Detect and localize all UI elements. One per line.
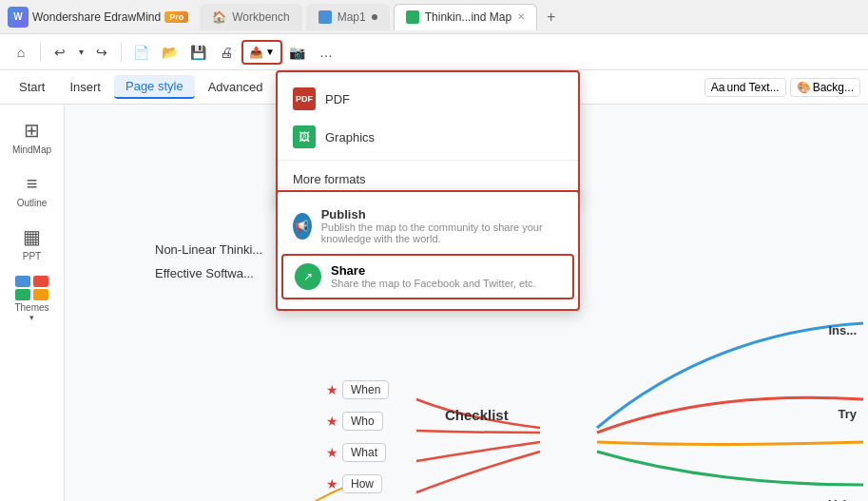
round-text-icon: Aa — [711, 81, 725, 94]
tab-close-icon[interactable]: ✕ — [517, 11, 525, 22]
graphics-label: Graphics — [325, 130, 375, 145]
mindmap-tool[interactable]: ⊞ MindMap — [5, 112, 60, 162]
ins-label: Ins... — [828, 323, 857, 337]
non-linear-text: Non-Linear Thinki... — [155, 242, 262, 257]
theme-cell-2 — [33, 276, 48, 287]
share-icon: ↗ — [295, 263, 321, 290]
app-logo: W Wondershare EdrawMind Pro — [8, 7, 188, 28]
theme-cell-3 — [15, 289, 30, 300]
try-label: Try — [838, 407, 857, 421]
workbench-icon: 🏠 — [212, 10, 226, 24]
pdf-icon: PDF — [293, 87, 316, 110]
export-dropdown: PDF PDF 🖼 Graphics More formats — [276, 70, 580, 203]
backg-icon: 🎨 — [797, 81, 811, 94]
ppt-tool[interactable]: ▦ PPT — [5, 219, 60, 268]
left-sidebar: ⊞ MindMap ≡ Outline ▦ PPT Themes ▾ — [0, 105, 65, 501]
theme-cell-1 — [15, 276, 30, 287]
outline-tool[interactable]: ≡ Outline — [5, 165, 60, 215]
menu-advanced[interactable]: Advanced — [197, 76, 275, 98]
themes-grid — [15, 276, 49, 300]
logo-icon: W — [8, 7, 29, 28]
title-bar: W Wondershare EdrawMind Pro 🏠 Workbench … — [0, 0, 868, 34]
graphics-icon: 🖼 — [293, 125, 316, 148]
what-label: What — [342, 443, 386, 462]
camera-button[interactable]: 📷 — [284, 39, 311, 66]
val-label: Val... — [828, 497, 857, 501]
pdf-label: PDF — [325, 92, 350, 106]
export-icon: 📤 — [249, 46, 263, 59]
print-button[interactable]: 🖨 — [213, 39, 240, 66]
graphics-export-item[interactable]: 🖼 Graphics — [278, 118, 578, 156]
outline-label: Outline — [17, 198, 48, 208]
outline-icon: ≡ — [27, 173, 38, 195]
tab-workbench[interactable]: 🏠 Workbench — [200, 4, 301, 30]
publish-text-group: Publish Publish the map to the community… — [321, 207, 563, 244]
undo-redo-group: ↩ ▾ ↪ — [47, 39, 115, 66]
app-name: Wondershare EdrawMind — [32, 10, 161, 24]
how-node[interactable]: ★ How — [326, 474, 382, 493]
themes-arrow-icon: ▾ — [29, 313, 34, 322]
round-text-button[interactable]: Aa und Text... — [704, 78, 786, 97]
share-text-group: Share Share the map to Facebook and Twit… — [331, 263, 536, 289]
publish-item[interactable]: 📢 Publish Publish the map to the communi… — [278, 200, 578, 252]
new-button[interactable]: 📄 — [127, 39, 154, 66]
export-button[interactable]: 📤 ▼ — [241, 40, 282, 65]
menu-insert[interactable]: Insert — [58, 76, 112, 98]
effective-software-text: Effective Softwa... — [155, 266, 254, 280]
checklist-label: Checklist — [445, 407, 509, 423]
tab-workbench-label: Workbench — [232, 10, 289, 24]
share-title: Share — [331, 263, 536, 278]
how-star-icon: ★ — [326, 476, 338, 491]
tab-thinking-map[interactable]: Thinkin...ind Map ✕ — [394, 4, 537, 30]
thinking-tab-icon — [406, 10, 419, 24]
mindmap-label: MindMap — [12, 145, 51, 155]
dropdown-divider — [278, 160, 578, 161]
when-star-icon: ★ — [326, 382, 338, 397]
who-label: Who — [342, 412, 383, 431]
home-button[interactable]: ⌂ — [8, 39, 34, 66]
publish-desc: Publish the map to the community to shar… — [321, 222, 563, 244]
what-node[interactable]: ★ What — [326, 443, 386, 462]
theme-cell-4 — [33, 289, 48, 300]
themes-label: Themes — [14, 302, 48, 313]
when-label: When — [342, 380, 389, 399]
map1-icon — [318, 10, 332, 24]
how-label: How — [342, 474, 382, 493]
themes-tool[interactable]: Themes ▾ — [4, 272, 61, 326]
pdf-export-item[interactable]: PDF PDF — [278, 80, 578, 118]
publish-icon: 📢 — [293, 213, 312, 240]
more-formats-label: More formats — [293, 172, 366, 186]
share-desc: Share the map to Facebook and Twitter, e… — [331, 278, 536, 289]
menu-page-style[interactable]: Page style — [114, 75, 195, 99]
open-button[interactable]: 📂 — [156, 39, 183, 66]
toolbar: ⌂ ↩ ▾ ↪ 📄 📂 💾 🖨 📤 ▼ 📷 … — [0, 34, 868, 70]
pro-badge: Pro — [164, 11, 188, 23]
undo-arrow[interactable]: ▾ — [74, 39, 87, 66]
round-text-label: und Text... — [726, 81, 779, 94]
tab-map1[interactable]: Map1 — [306, 4, 390, 30]
backg-label: Backg... — [813, 81, 854, 94]
tab-thinking-label: Thinkin...ind Map — [425, 10, 511, 24]
tab-dot — [372, 14, 377, 20]
tab-map1-label: Map1 — [338, 10, 366, 24]
ppt-label: PPT — [23, 251, 41, 261]
toolbar-divider-2 — [121, 43, 122, 62]
publish-title: Publish — [321, 207, 563, 222]
ppt-icon: ▦ — [23, 225, 41, 248]
when-node[interactable]: ★ When — [326, 380, 389, 399]
what-star-icon: ★ — [326, 445, 338, 460]
backg-button[interactable]: 🎨 Backg... — [790, 78, 860, 97]
mindmap-icon: ⊞ — [24, 119, 40, 142]
share-item[interactable]: ↗ Share Share the map to Facebook and Tw… — [281, 254, 574, 299]
menu-start[interactable]: Start — [8, 76, 56, 98]
redo-button[interactable]: ↪ — [88, 39, 115, 66]
who-node[interactable]: ★ Who — [326, 412, 383, 431]
undo-button[interactable]: ↩ — [47, 39, 73, 66]
toolbar-divider-1 — [40, 43, 41, 62]
add-tab-button[interactable]: + — [541, 9, 561, 26]
export-arrow-icon: ▼ — [265, 47, 275, 57]
save-button[interactable]: 💾 — [184, 39, 211, 66]
share-dropdown: 📢 Publish Publish the map to the communi… — [276, 190, 580, 311]
more-button[interactable]: … — [313, 39, 339, 66]
who-star-icon: ★ — [326, 414, 338, 429]
